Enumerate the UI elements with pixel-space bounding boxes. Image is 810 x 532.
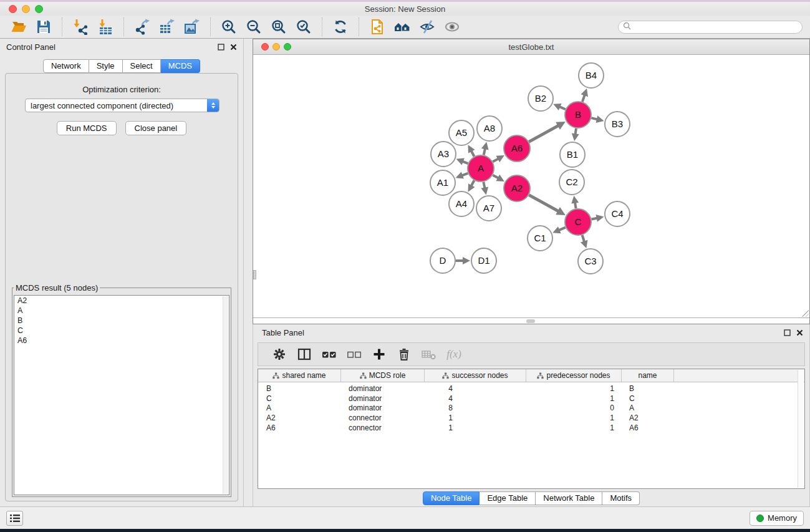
add-column-icon[interactable] (369, 345, 390, 364)
graph-edge-C-C2[interactable] (575, 203, 576, 209)
graph-node-label: A7 (483, 203, 494, 213)
column-header-name[interactable]: name (622, 369, 674, 382)
export-table-icon[interactable] (157, 17, 177, 36)
edge-arrowhead-icon (571, 196, 579, 204)
edge-arrowhead-icon (595, 215, 604, 222)
graph-edge-A6-B[interactable] (529, 125, 558, 142)
table-mode-icon[interactable] (294, 345, 315, 364)
graph-edge-C-C1[interactable] (559, 228, 565, 230)
edge-arrowhead-icon (463, 257, 470, 264)
node-table: shared nameMCDS rolesuccessor nodesprede… (258, 369, 805, 489)
search-input[interactable] (634, 22, 802, 32)
result-list-scrollbar[interactable] (223, 296, 228, 494)
delete-table-icon[interactable] (418, 345, 440, 364)
search-icon (623, 21, 631, 32)
zoom-out-icon[interactable] (244, 17, 264, 36)
mcds-result-item[interactable]: A2 (14, 296, 229, 306)
column-settings-icon[interactable] (269, 345, 290, 364)
mcds-result-item[interactable]: C (14, 326, 229, 336)
delete-column-icon[interactable] (393, 345, 415, 364)
save-session-icon[interactable] (34, 17, 54, 36)
toolbar-separator (62, 17, 62, 36)
table-row[interactable]: Bdominator41B (258, 384, 804, 394)
table-row[interactable]: A2connector11A2 (258, 414, 804, 423)
function-builder-icon[interactable]: f(x) (443, 345, 465, 364)
control-tab-mcds[interactable]: MCDS (161, 59, 200, 73)
graph-edge-C-C3[interactable] (582, 235, 584, 242)
close-table-panel-icon[interactable] (796, 329, 803, 336)
new-network-from-selection-icon[interactable] (367, 17, 387, 36)
canvas-hscrollbar[interactable] (253, 317, 809, 324)
graph-edge-B-B2[interactable] (559, 107, 566, 109)
export-network-icon[interactable] (132, 17, 152, 36)
column-header-shared-name[interactable]: shared name (258, 369, 341, 382)
zoom-in-icon[interactable] (219, 17, 239, 36)
search-field[interactable] (618, 21, 803, 34)
table-tab-node-table[interactable]: Node Table (423, 491, 480, 505)
control-panel-tabs: NetworkStyleSelectMCDS (0, 59, 243, 73)
criterion-select[interactable]: largest connected component (directed) (25, 99, 219, 112)
graph-edge-A-A4[interactable] (471, 180, 475, 186)
close-panel-button[interactable]: Close panel (125, 121, 187, 135)
import-table-icon[interactable] (95, 17, 115, 36)
column-header-successor-nodes[interactable]: successor nodes (425, 369, 526, 382)
table-row[interactable]: Cdominator41C (258, 394, 804, 404)
memory-label: Memory (768, 513, 797, 523)
mcds-result-item[interactable]: B (14, 316, 229, 326)
table-tab-edge-table[interactable]: Edge Table (480, 491, 536, 505)
zoom-selected-icon[interactable] (294, 17, 314, 36)
graph-edge-A-A3[interactable] (463, 162, 468, 163)
app-titlebar: Session: New Session (0, 2, 810, 16)
select-all-icon[interactable] (319, 345, 340, 364)
network-canvas[interactable]: B4B2BB3A5A8A6A3B1AA1C2A2A4A7C4CC1C3DD1 (253, 56, 809, 317)
table-row[interactable]: A6connector11A6 (258, 423, 804, 433)
table-tab-motifs[interactable]: Motifs (602, 491, 640, 505)
column-header-predecessor-nodes[interactable]: predecessor nodes (526, 369, 622, 382)
graph-edge-A-A1[interactable] (462, 173, 468, 176)
graph-edge-B-B1[interactable] (576, 128, 576, 135)
hide-selected-icon[interactable] (417, 17, 437, 36)
table-tab-network-table[interactable]: Network Table (536, 491, 602, 505)
table-cell: 0 (526, 404, 622, 414)
table-cell: connector (341, 423, 425, 433)
mcds-result-item[interactable]: A6 (14, 336, 229, 346)
control-tab-style[interactable]: Style (89, 59, 123, 73)
graph-edge-A-A8[interactable] (484, 148, 485, 155)
task-history-button[interactable] (6, 511, 23, 526)
table-row[interactable]: Adominator80A (258, 404, 804, 414)
graph-edge-A-A5[interactable] (471, 151, 475, 157)
float-table-panel-icon[interactable] (784, 329, 791, 336)
graph-edge-A2-C[interactable] (529, 195, 558, 211)
canvas-vscroll-thumb[interactable] (253, 270, 256, 279)
import-network-icon[interactable] (70, 17, 90, 36)
memory-button[interactable]: Memory (750, 511, 804, 526)
table-scrollbar[interactable] (798, 370, 804, 488)
run-mcds-button[interactable]: Run MCDS (57, 121, 117, 135)
control-tab-select[interactable]: Select (123, 59, 161, 73)
control-panel: Control Panel NetworkStyleSelectMCDS Opt… (0, 39, 244, 506)
show-graphics-details-icon[interactable] (442, 17, 462, 36)
column-header-MCDS-role[interactable]: MCDS role (341, 369, 425, 382)
graph-edge-C-C4[interactable] (592, 218, 597, 220)
refresh-layout-icon[interactable] (330, 17, 350, 36)
close-panel-icon[interactable] (230, 44, 237, 51)
graph-edge-A-A2[interactable] (493, 175, 498, 178)
graph-edge-A-A6[interactable] (493, 158, 498, 162)
zoom-fit-icon[interactable] (269, 17, 289, 36)
control-tab-network[interactable]: Network (43, 59, 89, 73)
graph-edge-B-B4[interactable] (582, 95, 585, 102)
graph-edge-B-B3[interactable] (591, 118, 597, 119)
export-image-icon[interactable] (182, 17, 202, 36)
float-panel-icon[interactable] (218, 44, 224, 51)
optimization-criterion-label: Optimization criterion: (6, 85, 238, 94)
graph-node-label: A (478, 163, 484, 173)
mcds-result-item[interactable]: A (14, 306, 229, 316)
first-neighbors-icon[interactable] (392, 17, 412, 36)
network-view-window: testGlobe.txt B4B2BB3A5A8A6A3B1AA1C2A2A4… (253, 39, 810, 324)
open-session-icon[interactable] (9, 17, 29, 36)
mcds-panel: Optimization criterion: largest connecte… (5, 73, 238, 501)
table-panel-title: Table Panel (262, 328, 304, 337)
graph-edge-A-A7[interactable] (483, 182, 485, 188)
deselect-all-icon[interactable] (344, 345, 365, 364)
canvas-hscroll-thumb[interactable] (526, 319, 535, 323)
